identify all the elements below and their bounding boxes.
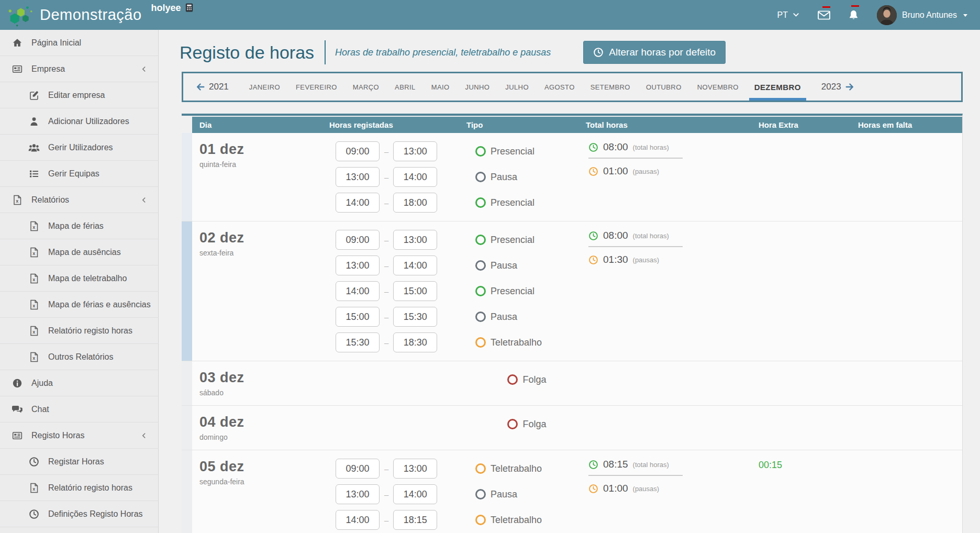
sidebar-item-mapa-de-ferias[interactable]: Mapa de férias <box>0 213 158 239</box>
tab-junho[interactable]: JUNHO <box>465 73 490 101</box>
total-hours-label: (total horas) <box>633 461 669 469</box>
time-entry: – <box>336 307 459 327</box>
month-tabs-bar: 2021 JANEIRO FEVEREIRO MARÇO ABRIL MAIO … <box>182 72 963 102</box>
tab-janeiro[interactable]: JANEIRO <box>249 73 280 101</box>
brand[interactable]: Demonstração <box>0 3 142 28</box>
sidebar-item-ajuda[interactable]: Ajuda <box>0 370 158 396</box>
time-end-input[interactable] <box>393 281 437 301</box>
extra-hours-cell <box>751 133 851 221</box>
tab-abril[interactable]: ABRIL <box>395 73 416 101</box>
entry-type[interactable]: Presencial <box>475 193 578 213</box>
notifications-button[interactable] <box>848 9 859 20</box>
time-end-input[interactable] <box>393 256 437 275</box>
time-end-input[interactable] <box>393 307 437 327</box>
time-end-input[interactable] <box>393 510 437 530</box>
tab-julho[interactable]: JULHO <box>505 73 529 101</box>
type-ring-icon <box>475 463 486 474</box>
sidebar-item-relatorios[interactable]: Relatórios <box>0 187 158 213</box>
entry-type[interactable]: Presencial <box>475 141 578 161</box>
tab-marco[interactable]: MARÇO <box>353 73 379 101</box>
tab-outubro[interactable]: OUTUBRO <box>646 73 682 101</box>
sidebar-item-pagina-inicial[interactable]: Página Inicial <box>0 30 158 56</box>
sidebar-item-empresa[interactable]: Empresa <box>0 56 158 82</box>
sidebar-item-relatorio-registo-horas[interactable]: Relatório registo horas <box>0 318 158 344</box>
month-tabs: JANEIRO FEVEREIRO MARÇO ABRIL MAIO JUNHO… <box>241 73 809 101</box>
user-menu[interactable]: Bruno Antunes <box>877 5 968 25</box>
entry-type[interactable]: Pausa <box>475 256 578 275</box>
type-cell: Folga <box>459 406 578 450</box>
sidebar-item-label: Mapa de ausências <box>48 248 121 257</box>
time-end-input[interactable] <box>393 167 437 187</box>
sidebar-item-label: Chat <box>31 405 49 414</box>
total-hours-value: 08:15 <box>603 459 628 470</box>
sidebar-item-mapa-de-ausencias[interactable]: Mapa de ausências <box>0 239 158 265</box>
entry-type[interactable]: Presencial <box>475 230 578 250</box>
entry-type[interactable]: Teletrabalho <box>475 510 578 530</box>
sidebar-item-adicionar-utilizadores[interactable]: Adicionar Utilizadores <box>0 108 158 135</box>
tab-agosto[interactable]: AGOSTO <box>544 73 575 101</box>
sidebar-item-relatorio-registo-horas-2[interactable]: Relatório registo horas <box>0 475 158 501</box>
time-start-input[interactable] <box>336 307 380 327</box>
list-icon <box>28 169 40 179</box>
day-type[interactable]: Folga <box>507 414 546 434</box>
sidebar-item-chat[interactable]: Chat <box>0 396 158 423</box>
time-range-separator: – <box>384 236 388 245</box>
page-header: Registo de horas Horas de trabalho prese… <box>159 30 980 71</box>
sidebar-item-outros-relatorios[interactable]: Outros Relatórios <box>0 344 158 370</box>
time-end-input[interactable] <box>393 193 437 213</box>
next-year-button[interactable]: 2023 <box>809 73 867 101</box>
time-start-input[interactable] <box>336 459 380 479</box>
time-range-separator: – <box>384 313 388 321</box>
sidebar-item-mapa-de-teletrabalho[interactable]: Mapa de teletrabalho <box>0 265 158 292</box>
entry-type[interactable]: Pausa <box>475 484 578 504</box>
day-cell: 01 dez quinta-feira <box>192 133 322 221</box>
time-start-input[interactable] <box>336 484 380 504</box>
tab-fevereiro[interactable]: FEVEREIRO <box>296 73 337 101</box>
time-entry: – <box>336 256 459 275</box>
main-content: Registo de horas Horas de trabalho prese… <box>159 30 980 533</box>
alter-default-hours-button[interactable]: Alterar horas por defeito <box>583 41 726 64</box>
sidebar-item-registar-horas[interactable]: Registar Horas <box>0 449 158 475</box>
entry-type[interactable]: Pausa <box>475 307 578 327</box>
entry-type[interactable]: Teletrabalho <box>475 459 578 479</box>
arrow-right-icon <box>845 82 854 92</box>
prev-year-button[interactable]: 2021 <box>183 73 241 101</box>
language-selector[interactable]: PT <box>777 10 800 20</box>
time-start-input[interactable] <box>336 510 380 530</box>
time-start-input[interactable] <box>336 256 380 275</box>
sidebar-item-editar-empresa[interactable]: Editar empresa <box>0 82 158 108</box>
time-end-input[interactable] <box>393 459 437 479</box>
time-start-input[interactable] <box>336 230 380 250</box>
time-start-input[interactable] <box>336 332 380 352</box>
tab-dezembro-active[interactable]: DEZEMBRO <box>754 73 801 101</box>
sidebar-item-gerir-utilizadores[interactable]: Gerir Utilizadores <box>0 135 158 161</box>
time-start-input[interactable] <box>336 167 380 187</box>
entry-type[interactable]: Presencial <box>475 281 578 301</box>
time-end-input[interactable] <box>393 141 437 161</box>
messages-button[interactable] <box>818 10 830 20</box>
tab-maio[interactable]: MAIO <box>431 73 450 101</box>
day-row-01-dez: 01 dez quinta-feira – – – Presencial Pau… <box>182 133 962 221</box>
user-plus-icon <box>28 116 40 127</box>
entry-type[interactable]: Teletrabalho <box>475 332 578 352</box>
day-type[interactable]: Folga <box>507 370 546 390</box>
tab-setembro[interactable]: SETEMBRO <box>591 73 630 101</box>
company-logo-icon <box>6 3 35 28</box>
tab-novembro[interactable]: NOVEMBRO <box>697 73 739 101</box>
sidebar-item-gerir-equipas[interactable]: Gerir Equipas <box>0 161 158 187</box>
time-end-input[interactable] <box>393 332 437 352</box>
sidebar-item-mapa-ferias-ausencias[interactable]: Mapa de férias e ausências <box>0 292 158 318</box>
entry-type[interactable]: Pausa <box>475 167 578 187</box>
sidebar-item-label: Gerir Utilizadores <box>48 143 113 152</box>
time-end-input[interactable] <box>393 230 437 250</box>
totals-divider <box>588 158 683 159</box>
sidebar-item-definicoes-registo-horas[interactable]: Definições Registo Horas <box>0 501 158 527</box>
clock-icon <box>588 231 598 241</box>
day-weekday: sábado <box>199 388 322 397</box>
time-start-input[interactable] <box>336 141 380 161</box>
missing-hours-cell <box>851 361 962 405</box>
time-start-input[interactable] <box>336 193 380 213</box>
time-end-input[interactable] <box>393 484 437 504</box>
sidebar-item-registo-horas[interactable]: Registo Horas <box>0 423 158 449</box>
time-start-input[interactable] <box>336 281 380 301</box>
